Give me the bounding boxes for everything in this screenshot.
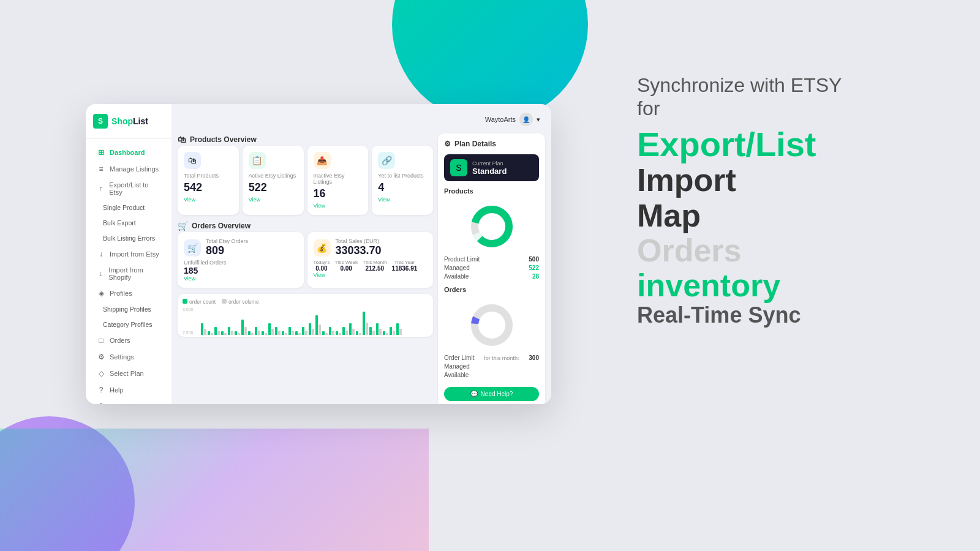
import-shopify-icon: ↓ (97, 269, 104, 278)
yet-to-list-label: Yet to list Products (378, 173, 427, 179)
sidebar-item-label: Manage Listings (110, 165, 159, 173)
orders-cards-row: 🛒 Total Etsy Orders 809 Unfulfilled Orde… (178, 232, 433, 288)
chart-bars (201, 312, 428, 335)
topbar-dropdown-icon: ▾ (537, 116, 540, 124)
sidebar-item-dashboard[interactable]: ⊞ Dashboard (89, 144, 168, 160)
sidebar-item-label: Import from Shopify (108, 266, 160, 281)
product-limit-label: Product Limit (444, 256, 480, 263)
inactive-listings-link[interactable]: View (314, 203, 363, 209)
marketing-item-export: Export/List (637, 126, 931, 163)
sidebar-item-import-shopify[interactable]: ↓ Import from Shopify (89, 263, 168, 285)
unfulfilled-label: Unfulfilled Orders (184, 260, 298, 266)
plan-orders-available-row: Available (444, 372, 539, 378)
plan-managed-row: Managed 522 (444, 264, 539, 271)
sidebar-item-manage-listings[interactable]: ≡ Manage Listings (89, 161, 168, 177)
total-orders-label: Total Etsy Orders (206, 238, 248, 244)
sidebar-item-profiles[interactable]: ◈ Profiles (89, 285, 168, 301)
sidebar-item-label: Dashboard (110, 149, 145, 156)
products-overview-section: 🛍 Products Overview 🛍 Total Products 542… (178, 133, 433, 215)
export-icon: ↑ (97, 184, 105, 193)
yet-to-list-card: 🔗 Yet to list Products 4 View (372, 146, 433, 215)
active-listings-link[interactable]: View (249, 197, 298, 203)
sidebar-item-label: Import from Etsy (110, 250, 159, 258)
order-count-legend-dot (183, 299, 187, 304)
sidebar-item-category[interactable]: Category Profiles (89, 317, 168, 332)
help-button[interactable]: 💬 Need Help? (444, 387, 539, 401)
sidebar-item-shipping[interactable]: Shipping Profiles (89, 302, 168, 317)
app-window: S ShopList ⊞ Dashboard ≡ Manage Listings… (86, 104, 551, 404)
chart-bars-container: 3,000 2,500 (183, 307, 428, 335)
sidebar-item-import-etsy[interactable]: ↓ Import from Etsy (89, 246, 168, 262)
shipping-label: Shipping Profiles (103, 305, 151, 313)
marketing-panel: Synchronize with ETSYfor Export/List Imp… (588, 0, 980, 551)
plan-icon: ⚙ (444, 140, 451, 148)
sidebar-item-help[interactable]: ? Help (89, 382, 168, 398)
product-limit-value: 500 (529, 256, 539, 263)
sidebar-item-label: Export/List to Etsy (109, 181, 160, 196)
order-limit-value: 300 (529, 354, 539, 361)
total-orders-value: 809 (206, 244, 248, 257)
plan-products-title: Products (444, 187, 539, 195)
plan-icon: ◇ (97, 369, 105, 378)
products-cards-row: 🛍 Total Products 542 View 📋 Active Etsy … (178, 146, 433, 215)
orders-view-link[interactable]: View (184, 276, 298, 282)
sidebar-item-settings[interactable]: ⚙ Settings (89, 349, 168, 365)
yet-to-list-link[interactable]: View (378, 197, 427, 203)
help-button-icon: 💬 (470, 391, 478, 397)
sidebar-item-faqs[interactable]: ? FAQs (89, 399, 168, 404)
sidebar-item-orders[interactable]: □ Orders (89, 332, 168, 348)
sidebar-item-label: Select Plan (110, 370, 144, 377)
orders-donut-chart (467, 301, 516, 350)
user-avatar: 👤 (519, 113, 533, 126)
available-value: 28 (532, 273, 539, 280)
sidebar: S ShopList ⊞ Dashboard ≡ Manage Listings… (86, 104, 172, 404)
plan-product-limit-row: Product Limit 500 (444, 256, 539, 263)
sidebar-item-select-plan[interactable]: ◇ Select Plan (89, 365, 168, 381)
chart-legend: order count order volume (183, 299, 428, 305)
listings-icon: ≡ (97, 165, 105, 173)
plan-available-row: Available 28 (444, 273, 539, 280)
content-row: 🛍 Products Overview 🛍 Total Products 542… (178, 133, 545, 404)
active-listings-label: Active Etsy Listings (249, 173, 298, 179)
total-products-link[interactable]: View (184, 197, 233, 203)
bulk-errors-label: Bulk Listing Errors (103, 234, 155, 242)
logo-text: ShopList (111, 116, 148, 126)
faqs-icon: ? (97, 402, 105, 404)
order-volume-legend-dot (222, 299, 227, 304)
managed-label: Managed (444, 264, 470, 271)
sidebar-item-label: FAQs (110, 403, 127, 404)
sidebar-item-bulk-errors[interactable]: Bulk Listing Errors (89, 231, 168, 246)
sidebar-item-single-product[interactable]: Single Product (89, 200, 168, 215)
main-content: WaytoArts 👤 ▾ 🛍 Products Overview 🛍 (172, 104, 551, 404)
settings-icon: ⚙ (97, 353, 105, 361)
dashboard-icon: ⊞ (97, 148, 105, 157)
managed-value: 522 (529, 264, 539, 271)
chart-y-label-top: 3,000 (183, 307, 194, 312)
inactive-listings-icon: 📤 (314, 152, 331, 169)
plan-products-stats: Product Limit 500 Managed 522 Available … (444, 256, 539, 280)
yet-to-list-icon: 🔗 (378, 152, 395, 169)
yet-to-list-value: 4 (378, 181, 427, 194)
plan-orders-stats: Order Limit for this month: 300 Managed … (444, 354, 539, 378)
svg-point-3 (475, 308, 509, 342)
sales-view-link[interactable]: View (314, 272, 428, 278)
products-section-icon: 🛍 (178, 135, 186, 144)
order-volume-legend: order volume (228, 299, 259, 305)
inactive-listings-value: 16 (314, 187, 363, 200)
active-listings-value: 522 (249, 181, 298, 194)
unfulfilled-value: 185 (184, 266, 298, 276)
marketing-item-inventory: inventory (637, 268, 931, 303)
total-orders-icon: 🛒 (184, 239, 201, 257)
plan-orders-title: Orders (444, 286, 539, 293)
orders-section-icon: 🛒 (178, 221, 188, 231)
sidebar-item-bulk-export[interactable]: Bulk Export (89, 216, 168, 230)
orders-overview-section: 🛒 Orders Overview 🛒 Total Etsy Orders 80… (178, 220, 433, 288)
sidebar-item-export[interactable]: ↑ Export/List to Etsy (89, 178, 168, 200)
total-sales-value: 33033.70 (336, 244, 382, 257)
topbar: WaytoArts 👤 ▾ (178, 110, 545, 129)
active-listings-icon: 📋 (249, 152, 266, 169)
total-products-icon: 🛍 (184, 152, 201, 169)
orders-donut-container (444, 296, 539, 354)
total-sales-card: 💰 Total Sales (EUR) 33033.70 Today's 0.0… (307, 232, 434, 288)
active-listings-card: 📋 Active Etsy Listings 522 View (243, 146, 304, 215)
